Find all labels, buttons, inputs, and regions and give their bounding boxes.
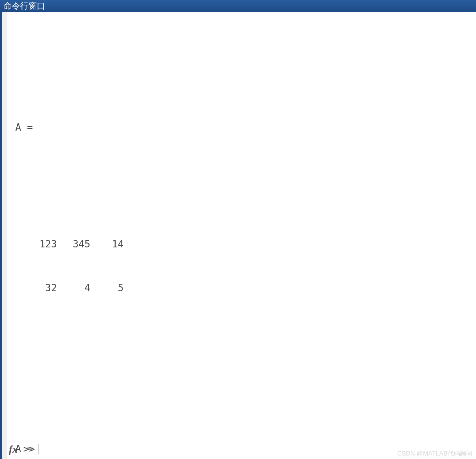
content-area: A = 123 345 14 32 4 5 A = 123 345 14 [0, 12, 476, 459]
window-title: 命令行窗口 [3, 1, 45, 10]
window-title-bar: 命令行窗口 [0, 0, 476, 12]
matrix-output: 123 345 14 32 4 5 [15, 208, 476, 325]
matrix-cell: 5 [94, 281, 128, 295]
variable-label: A = [15, 120, 476, 135]
prompt-symbol: >> [23, 442, 35, 457]
matrix-row: 32 4 5 [28, 281, 476, 295]
command-output-area[interactable]: A = 123 345 14 32 4 5 A = 123 345 14 [7, 12, 476, 459]
input-cursor-icon[interactable] [39, 444, 39, 454]
matrix-cell: 345 [61, 237, 94, 252]
matrix-cell: 32 [28, 281, 61, 295]
fx-icon[interactable]: fx [7, 441, 20, 457]
matrix-cell: 123 [28, 237, 61, 252]
matrix-cell: 14 [94, 237, 128, 252]
gutter [2, 12, 7, 459]
matrix-cell: 4 [61, 281, 94, 295]
watermark: CSDN @MATLAB代码顾问 [397, 449, 473, 458]
matrix-row: 123 345 14 [28, 237, 476, 252]
